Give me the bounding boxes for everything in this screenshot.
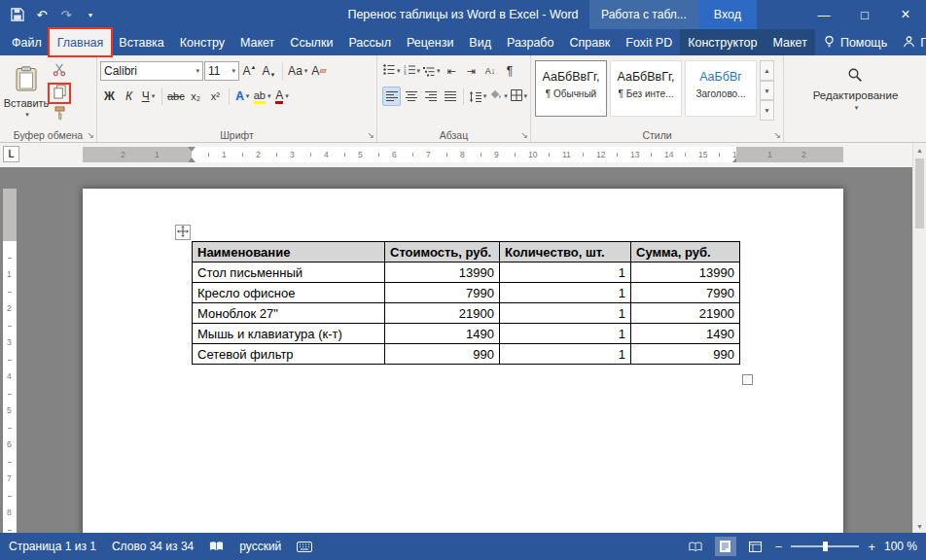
table-cell[interactable]: 7990 [385,283,500,303]
table-cell[interactable]: 21900 [385,303,500,324]
show-paragraph-marks-button[interactable]: ¶ [501,61,519,81]
table-cell[interactable]: 990 [631,344,740,365]
tab-Рецензи[interactable]: Рецензи [399,29,461,55]
style-card[interactable]: АаБбВвГг,¶ Обычный [535,60,607,117]
table-cell[interactable]: Кресло офисное [193,283,385,303]
tab-help[interactable]: Помощь [815,29,895,55]
strikethrough-button[interactable]: abc [166,87,186,106]
tab-Макет[interactable]: Макет [232,29,282,55]
line-spacing-button[interactable]: ▾ [468,87,487,106]
subscript-button[interactable]: х₂ [187,87,205,106]
style-card[interactable]: АаБбВвГг,¶ Без инте... [610,60,682,117]
table-cell[interactable]: Мышь и клавиатура (к-т) [193,324,385,344]
styles-more-icon[interactable]: ▼ [760,100,774,121]
styles-scroll-up-icon[interactable]: ▲ [760,60,774,81]
bold-button[interactable]: Ж [100,87,119,106]
horizontal-ruler[interactable]: 21 12345678910111213141516 12 [83,147,843,162]
font-color-button[interactable]: А▾ [273,87,292,106]
table-cell[interactable]: Моноблок 27" [193,303,385,324]
justify-button[interactable] [441,87,459,106]
change-case-button[interactable]: Аа▾ [287,61,308,81]
table-cell[interactable]: 13990 [385,262,500,283]
read-mode-button[interactable] [685,537,706,556]
tab-Главная[interactable]: Главная [50,29,112,55]
tab-Файл[interactable]: Файл [4,29,50,55]
styles-scroll-down-icon[interactable]: ▼ [760,81,774,101]
borders-button[interactable]: ▾ [510,87,528,106]
keyboard-icon[interactable] [297,542,312,552]
font-size-select[interactable]: 11 ▾ [204,61,239,81]
font-dialog-launcher-icon[interactable]: ↘ [367,131,374,140]
multilevel-list-icon[interactable]: ▾ [422,61,442,81]
page-indicator[interactable]: Страница 1 из 1 [9,540,96,553]
tab-Ссылки[interactable]: Ссылки [282,29,340,55]
table-cell[interactable]: 1490 [631,324,740,344]
font-name-select[interactable]: Calibri ▾ [100,61,203,81]
tab-Конструктор[interactable]: Конструктор [680,29,765,55]
table-resize-handle[interactable] [742,374,753,385]
first-line-indent-marker[interactable] [188,147,196,152]
maximize-button[interactable]: □ [844,0,885,29]
tab-Foxit PD[interactable]: Foxit PD [618,29,680,55]
table-cell[interactable]: 21900 [631,303,740,324]
table-cell[interactable]: 1 [500,283,631,303]
italic-button[interactable]: К [120,87,138,106]
web-layout-button[interactable] [745,537,766,556]
shrink-font-button[interactable]: А▼ [260,61,278,81]
table-cell[interactable]: 1 [500,303,631,324]
table-cell[interactable]: 990 [385,344,500,365]
zoom-out-button[interactable]: − [775,540,783,554]
table-cell[interactable]: 13990 [631,262,740,283]
copy-button[interactable] [50,85,69,102]
tab-Констру[interactable]: Констру [172,29,232,55]
text-effects-button[interactable]: А▾ [233,87,252,106]
paragraph-dialog-launcher-icon[interactable]: ↘ [520,131,528,140]
tab-Рассыл[interactable]: Рассыл [340,29,399,55]
zoom-in-button[interactable]: + [868,540,875,554]
scroll-up-icon[interactable]: ▲ [913,143,926,157]
underline-button[interactable]: Ч▾ [139,87,158,106]
share-button[interactable]: Поделиться [895,29,926,55]
tab-Вид[interactable]: Вид [461,29,499,55]
redo-icon[interactable]: ↷ [58,7,74,22]
align-center-button[interactable] [402,87,420,106]
table-cell[interactable]: 1 [500,262,631,283]
tab-Справк[interactable]: Справк [561,29,618,55]
increase-indent-icon[interactable]: ⇥ [462,61,481,81]
table-cell[interactable]: 1 [500,324,631,344]
zoom-slider[interactable] [791,545,859,547]
undo-icon[interactable]: ↶ [34,7,50,22]
contextual-tab-group-label[interactable]: Работа с табл... [589,0,698,29]
tab-selector-icon[interactable]: L [3,146,19,162]
word-count-indicator[interactable]: Слово 34 из 34 [112,540,194,553]
table-header-cell[interactable]: Наименование [193,242,385,262]
grow-font-button[interactable]: А▲ [240,61,259,81]
table-cell[interactable]: 7990 [631,283,740,303]
style-card[interactable]: АаБбВгЗаголово... [685,60,757,117]
clear-formatting-button[interactable]: А [309,61,328,81]
bullets-button[interactable]: ▾ [382,61,402,81]
table-header-cell[interactable]: Сумма, руб. [631,242,740,262]
cut-button[interactable] [50,63,69,81]
language-indicator[interactable]: русский [239,540,281,553]
paste-button[interactable]: Вставить ▾ [3,58,50,126]
zoom-level[interactable]: 100 % [884,540,917,553]
align-left-button[interactable] [382,87,401,106]
save-icon[interactable] [10,7,25,22]
tab-Вставка[interactable]: Вставка [111,29,171,55]
close-button[interactable]: × [885,0,926,29]
table-header-cell[interactable]: Количество, шт. [500,242,631,262]
highlight-button[interactable]: ab▾ [253,87,272,106]
table-move-handle[interactable] [175,225,191,240]
tab-Макет[interactable]: Макет [766,29,815,55]
document-page[interactable]: НаименованиеСтоимость, руб.Количество, ш… [83,189,843,533]
table-header-cell[interactable]: Стоимость, руб. [385,242,500,262]
scrollbar-thumb[interactable] [915,158,924,228]
scroll-down-icon[interactable]: ▼ [913,519,926,533]
clipboard-dialog-launcher-icon[interactable]: ↘ [87,131,94,140]
table-cell[interactable]: Стол письменный [193,262,385,283]
proofing-icon[interactable] [209,541,224,552]
vertical-scrollbar[interactable]: ▲ ▼ [912,143,926,533]
sort-button[interactable]: А↓ [481,61,500,81]
align-right-button[interactable] [421,87,440,106]
